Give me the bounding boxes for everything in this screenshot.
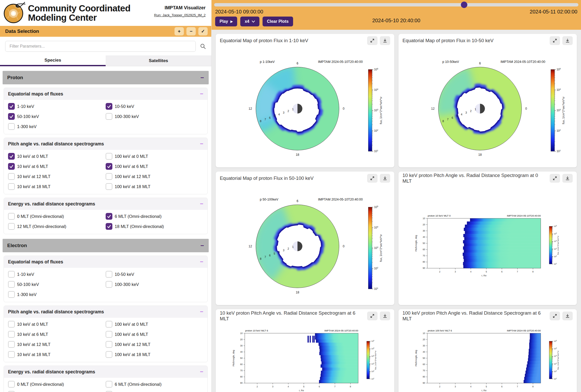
timeline-slider-thumb[interactable]: [461, 2, 467, 8]
checkbox-electron-18-mlt-omni-directional[interactable]: 18 MLT (Omni-directional): [106, 391, 203, 392]
checkbox-electron-10-kev-at-18-mlt[interactable]: 10 keV at 18 MLT: [8, 351, 106, 358]
checkbox-unchecked-icon[interactable]: [8, 391, 15, 392]
checkbox-unchecked-icon[interactable]: [106, 271, 112, 278]
checkbox-unchecked-icon[interactable]: [8, 173, 15, 180]
checkbox-unchecked-icon[interactable]: [8, 223, 15, 230]
download-button[interactable]: [380, 174, 390, 183]
checkbox-unchecked-icon[interactable]: [8, 331, 15, 338]
checkbox-unchecked-icon[interactable]: [106, 153, 112, 160]
checkbox-unchecked-icon[interactable]: [8, 381, 15, 388]
checkbox-proton-10-kev-at-6-mlt[interactable]: 10 keV at 6 MLT: [8, 163, 106, 170]
group-header[interactable]: Pitch angle vs. radial distance spectrog…: [4, 306, 207, 318]
download-button[interactable]: [380, 36, 390, 45]
checkbox-electron-1-300-kev[interactable]: 1-300 keV: [8, 291, 106, 298]
checkbox-proton-100-kev-at-18-mlt[interactable]: 100 keV at 18 MLT: [106, 183, 203, 190]
species-section-proton[interactable]: Proton−: [3, 71, 209, 84]
checkbox-unchecked-icon[interactable]: [106, 183, 112, 190]
checkbox-electron-6-mlt-omni-directional[interactable]: 6 MLT (Omni-directional): [106, 381, 203, 388]
checkbox-unchecked-icon[interactable]: [8, 341, 15, 348]
checkbox-electron-100-kev-at-18-mlt[interactable]: 100 keV at 18 MLT: [106, 351, 203, 358]
checkbox-proton-10-kev-at-18-mlt[interactable]: 10 keV at 18 MLT: [8, 183, 106, 190]
checkbox-electron-0-mlt-omni-directional[interactable]: 0 MLT (Omni-directional): [8, 381, 106, 388]
timeline-slider-track[interactable]: [214, 3, 578, 6]
group-header[interactable]: Energy vs. radial distance spectrograms−: [4, 366, 207, 378]
speed-select[interactable]: x4: [240, 17, 259, 26]
checkbox-checked-icon[interactable]: [106, 213, 112, 220]
group-header[interactable]: Energy vs. radial distance spectrograms−: [4, 198, 207, 210]
checkbox-proton-10-kev-at-0-mlt[interactable]: 10 keV at 0 MLT: [8, 153, 106, 160]
checkbox-proton-1-300-kev[interactable]: 1-300 keV: [8, 123, 106, 130]
checkbox-proton-10-50-kev[interactable]: 10-50 keV: [106, 103, 203, 110]
expand-button[interactable]: [550, 174, 560, 183]
checkbox-electron-100-kev-at-0-mlt[interactable]: 100 keV at 0 MLT: [106, 321, 203, 328]
checkbox-proton-12-mlt-omni-directional[interactable]: 12 MLT (Omni-directional): [8, 223, 106, 230]
checkbox-unchecked-icon[interactable]: [106, 391, 112, 392]
checkbox-proton-0-mlt-omni-directional[interactable]: 0 MLT (Omni-directional): [8, 213, 106, 220]
checkbox-unchecked-icon[interactable]: [8, 281, 15, 288]
collapse-all-button[interactable]: −: [186, 27, 196, 35]
checkbox-unchecked-icon[interactable]: [106, 321, 112, 328]
checkbox-proton-6-mlt-omni-directional[interactable]: 6 MLT (Omni-directional): [106, 213, 203, 220]
tab-satellites[interactable]: Satellites: [106, 55, 211, 66]
checkbox-electron-100-300-kev[interactable]: 100-300 keV: [106, 281, 203, 288]
checkbox-checked-icon[interactable]: [106, 223, 112, 230]
collapse-group-icon[interactable]: −: [200, 201, 203, 207]
expand-button[interactable]: [367, 174, 377, 183]
collapse-group-icon[interactable]: −: [200, 141, 203, 147]
checkbox-proton-100-kev-at-0-mlt[interactable]: 100 keV at 0 MLT: [106, 153, 203, 160]
filter-input[interactable]: [5, 41, 196, 52]
collapse-section-icon[interactable]: −: [200, 75, 204, 81]
checkbox-electron-50-100-kev[interactable]: 50-100 keV: [8, 281, 106, 288]
checkbox-checked-icon[interactable]: [106, 103, 112, 110]
checkbox-checked-icon[interactable]: [8, 163, 15, 170]
download-button[interactable]: [562, 36, 573, 45]
collapse-group-icon[interactable]: −: [200, 91, 203, 97]
checkbox-unchecked-icon[interactable]: [8, 351, 15, 358]
collapse-group-icon[interactable]: −: [200, 309, 203, 315]
checkbox-unchecked-icon[interactable]: [106, 381, 112, 388]
checkbox-checked-icon[interactable]: [8, 153, 15, 160]
checkbox-unchecked-icon[interactable]: [8, 123, 15, 130]
expand-button[interactable]: [550, 312, 560, 320]
checkbox-proton-1-10-kev[interactable]: 1-10 keV: [8, 103, 106, 110]
group-header[interactable]: Equatorial maps of fluxes−: [4, 256, 207, 268]
collapse-group-icon[interactable]: −: [200, 259, 203, 265]
tab-species[interactable]: Species: [0, 55, 106, 66]
species-section-electron[interactable]: Electron−: [3, 239, 209, 252]
expand-button[interactable]: [367, 36, 377, 45]
expand-all-button[interactable]: +: [175, 27, 184, 35]
checkbox-unchecked-icon[interactable]: [8, 183, 15, 190]
checkbox-proton-50-100-kev[interactable]: 50-100 keV: [8, 113, 106, 120]
checkbox-unchecked-icon[interactable]: [106, 331, 112, 338]
checkbox-checked-icon[interactable]: [106, 163, 112, 170]
checkbox-proton-100-kev-at-6-mlt[interactable]: 100 keV at 6 MLT: [106, 163, 203, 170]
checkbox-unchecked-icon[interactable]: [106, 173, 112, 180]
checkbox-proton-100-300-kev[interactable]: 100-300 keV: [106, 113, 203, 120]
checkbox-electron-10-50-kev[interactable]: 10-50 keV: [106, 271, 203, 278]
play-button[interactable]: Play ▶: [215, 17, 237, 26]
checkbox-electron-10-kev-at-0-mlt[interactable]: 10 keV at 0 MLT: [8, 321, 106, 328]
download-button[interactable]: [562, 312, 573, 320]
checkbox-electron-10-kev-at-12-mlt[interactable]: 10 keV at 12 MLT: [8, 341, 106, 348]
checkbox-unchecked-icon[interactable]: [106, 113, 112, 120]
collapse-group-icon[interactable]: −: [200, 369, 203, 375]
checkbox-unchecked-icon[interactable]: [8, 291, 15, 298]
checkbox-unchecked-icon[interactable]: [8, 271, 15, 278]
expand-button[interactable]: [367, 312, 377, 320]
group-header[interactable]: Equatorial maps of fluxes−: [4, 88, 207, 100]
apply-selection-button[interactable]: ✓: [198, 27, 208, 35]
checkbox-proton-100-kev-at-12-mlt[interactable]: 100 keV at 12 MLT: [106, 173, 203, 180]
collapse-section-icon[interactable]: −: [200, 242, 204, 249]
download-button[interactable]: [380, 312, 390, 320]
checkbox-unchecked-icon[interactable]: [8, 213, 15, 220]
run-link[interactable]: Run: Jack_Topper_052925_IM_2: [154, 13, 206, 17]
checkbox-unchecked-icon[interactable]: [106, 341, 112, 348]
checkbox-electron-12-mlt-omni-directional[interactable]: 12 MLT (Omni-directional): [8, 391, 106, 392]
download-button[interactable]: [562, 174, 573, 183]
checkbox-proton-10-kev-at-12-mlt[interactable]: 10 keV at 12 MLT: [8, 173, 106, 180]
checkbox-unchecked-icon[interactable]: [8, 321, 15, 328]
checkbox-electron-100-kev-at-12-mlt[interactable]: 100 keV at 12 MLT: [106, 341, 203, 348]
expand-button[interactable]: [550, 36, 560, 45]
checkbox-electron-10-kev-at-6-mlt[interactable]: 10 keV at 6 MLT: [8, 331, 106, 338]
checkbox-unchecked-icon[interactable]: [106, 351, 112, 358]
